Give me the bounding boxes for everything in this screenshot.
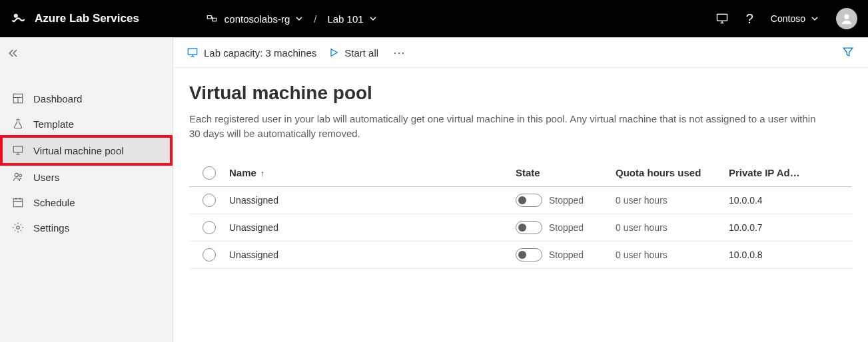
sidebar: Dashboard Template Virtual machine pool …: [0, 37, 173, 342]
start-all-button[interactable]: Start all: [328, 47, 378, 59]
sidebar-item-label: Users: [33, 172, 59, 183]
state-label: Stopped: [549, 195, 584, 206]
filter-button[interactable]: [841, 45, 855, 61]
calendar-icon: [12, 196, 24, 208]
svg-point-4: [844, 15, 849, 19]
top-bar: Azure Lab Services contosolabs-rg / Lab …: [0, 0, 868, 37]
column-header-name[interactable]: Name↑: [229, 167, 516, 178]
column-header-label: Quota hours used: [616, 167, 701, 178]
sidebar-item-settings[interactable]: Settings: [0, 215, 173, 240]
sidebar-item-dashboard[interactable]: Dashboard: [0, 86, 173, 111]
sidebar-item-label: Template: [33, 118, 74, 130]
svg-point-7: [15, 173, 18, 176]
breadcrumb-lab[interactable]: Lab 101: [327, 13, 376, 25]
sidebar-item-template[interactable]: Template: [0, 111, 173, 136]
body-layout: Dashboard Template Virtual machine pool …: [0, 37, 868, 342]
chevron-down-icon: [295, 15, 303, 23]
page-content: Virtual machine pool Each registered use…: [173, 68, 868, 269]
svg-rect-9: [13, 199, 23, 207]
state-label: Stopped: [549, 222, 584, 233]
cell-quota: 0 user hours: [616, 195, 729, 206]
column-header-label: State: [516, 167, 540, 178]
main: Lab capacity: 3 machines Start all ⋯ Vir…: [173, 37, 868, 342]
sidebar-item-label: Virtual machine pool: [33, 145, 124, 156]
svg-point-0: [14, 14, 18, 18]
svg-point-8: [19, 174, 22, 177]
cell-state: Stopped: [516, 248, 616, 261]
sidebar-item-label: Schedule: [33, 197, 75, 208]
power-toggle[interactable]: [516, 248, 542, 261]
sidebar-item-users[interactable]: Users: [0, 164, 173, 190]
person-icon: [839, 11, 854, 26]
product-brand[interactable]: Azure Lab Services: [11, 10, 139, 27]
account-selector[interactable]: Contoso: [771, 13, 819, 24]
svg-rect-2: [213, 18, 217, 21]
power-toggle[interactable]: [516, 194, 542, 207]
more-actions-button[interactable]: ⋯: [390, 45, 408, 60]
command-bar: Lab capacity: 3 machines Start all ⋯: [173, 37, 868, 68]
lab-label: Lab 101: [327, 13, 363, 25]
cell-state: Stopped: [516, 221, 616, 234]
table-row[interactable]: UnassignedStopped0 user hours10.0.0.7: [189, 214, 852, 242]
row-select-radio[interactable]: [203, 194, 216, 207]
sidebar-item-schedule[interactable]: Schedule: [0, 190, 173, 215]
svg-rect-6: [13, 146, 23, 152]
help-button[interactable]: ?: [746, 11, 753, 27]
product-name: Azure Lab Services: [35, 12, 139, 25]
cell-quota: 0 user hours: [616, 250, 729, 260]
page-title: Virtual machine pool: [189, 83, 852, 104]
start-all-label: Start all: [344, 47, 378, 59]
cell-state: Stopped: [516, 194, 616, 207]
sidebar-item-vm-pool[interactable]: Virtual machine pool: [3, 138, 170, 163]
select-all-radio[interactable]: [203, 166, 216, 180]
azure-logo-icon: [11, 10, 28, 27]
chevron-down-icon: [811, 15, 819, 23]
table-row[interactable]: UnassignedStopped0 user hours10.0.0.8: [189, 242, 852, 269]
cell-ip: 10.0.0.4: [729, 195, 852, 206]
cell-quota: 0 user hours: [616, 222, 729, 233]
sidebar-collapse-button[interactable]: [0, 43, 173, 66]
cell-ip: 10.0.0.7: [729, 222, 852, 233]
gear-icon: [12, 222, 24, 234]
sidebar-nav: Dashboard Template Virtual machine pool …: [0, 86, 173, 240]
dashboard-icon: [12, 92, 24, 104]
double-chevron-left-icon: [7, 47, 20, 60]
cell-ip: 10.0.0.8: [729, 250, 852, 260]
cell-name: Unassigned: [229, 195, 516, 206]
table-body: UnassignedStopped0 user hours10.0.0.4Una…: [189, 187, 852, 269]
column-header-quota[interactable]: Quota hours used: [616, 167, 729, 178]
avatar[interactable]: [836, 8, 857, 29]
lab-capacity-button[interactable]: Lab capacity: 3 machines: [187, 47, 316, 59]
vm-table: Name↑ State Quota hours used Private IP …: [189, 160, 852, 269]
breadcrumb-separator: /: [310, 13, 320, 25]
column-header-ip[interactable]: Private IP Ad…: [729, 167, 852, 178]
flask-icon: [12, 118, 24, 130]
topbar-right: ? Contoso: [715, 8, 857, 29]
svg-rect-1: [207, 16, 211, 19]
monitor-button[interactable]: [715, 12, 729, 25]
monitor-icon: [12, 144, 24, 156]
breadcrumb-resource-group[interactable]: contosolabs-rg: [224, 13, 303, 25]
column-header-state[interactable]: State: [516, 167, 616, 178]
page-description: Each registered user in your lab will au…: [189, 112, 829, 141]
svg-rect-11: [188, 49, 197, 55]
cell-name: Unassigned: [229, 250, 516, 260]
table-row[interactable]: UnassignedStopped0 user hours10.0.0.4: [189, 187, 852, 214]
sidebar-item-label: Dashboard: [33, 93, 82, 104]
resource-group-icon: [206, 13, 218, 25]
account-label: Contoso: [771, 13, 805, 24]
sidebar-highlight: Virtual machine pool: [0, 135, 173, 166]
row-select-radio[interactable]: [203, 221, 216, 234]
column-header-label: Private IP Ad…: [729, 167, 800, 178]
lab-capacity-label: Lab capacity: 3 machines: [204, 47, 316, 59]
filter-icon: [841, 45, 855, 59]
svg-point-10: [17, 226, 20, 230]
cell-name: Unassigned: [229, 222, 516, 233]
state-label: Stopped: [549, 250, 584, 260]
power-toggle[interactable]: [516, 221, 542, 234]
breadcrumb: contosolabs-rg / Lab 101: [206, 13, 377, 25]
row-select-radio[interactable]: [203, 248, 216, 261]
users-icon: [12, 171, 24, 183]
chevron-down-icon: [369, 15, 377, 23]
table-header-row: Name↑ State Quota hours used Private IP …: [189, 160, 852, 187]
